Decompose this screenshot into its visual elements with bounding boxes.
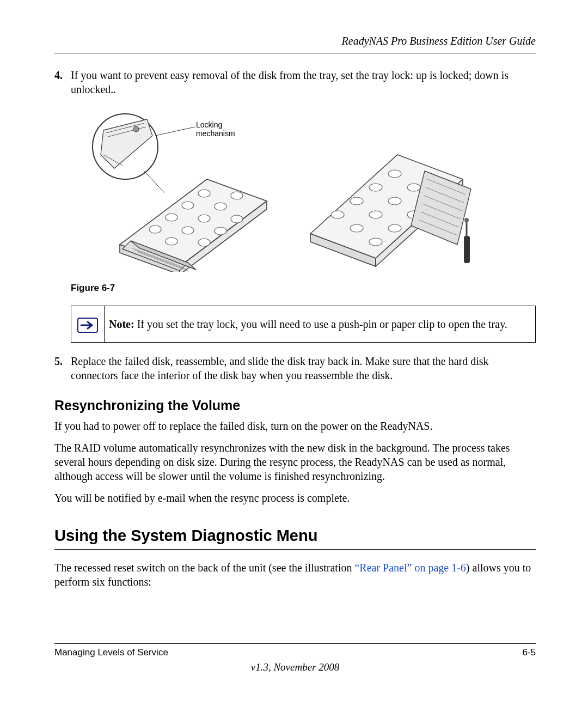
page-content: 4. If you want to prevent easy removal o… [54,53,536,589]
svg-point-22 [369,211,382,218]
xref-rear-panel[interactable]: “Rear Panel” on page 1-6 [354,562,465,574]
resync-p2: The RAID volume automatically resynchron… [54,441,536,483]
diag-p1-pre: The recessed reset switch on the back of… [54,562,354,574]
footer-page-number: 6-5 [522,647,536,658]
figure-6-7: Locking mechanism [71,108,536,277]
step-5: 5. Replace the failed disk, reassemble, … [54,355,536,382]
svg-point-30 [369,238,382,246]
step-number: 5. [54,355,71,382]
resync-p3: You will be notified by e-mail when the … [54,491,536,505]
document-page: ReadyNAS Pro Business Edition User Guide… [0,0,588,706]
svg-point-5 [182,202,194,209]
svg-point-4 [166,214,177,221]
note-text: Note: If you set the tray lock, you will… [105,306,515,342]
svg-line-2 [155,127,195,136]
svg-point-25 [388,224,401,232]
note-body: If you set the tray lock, you will need … [134,318,507,330]
note-icon-cell [71,306,105,342]
note-box: Note: If you set the tray lock, you will… [71,306,536,343]
svg-point-11 [231,215,243,223]
heading-rule [54,549,536,550]
svg-point-7 [215,203,226,210]
running-header: ReadyNAS Pro Business Edition User Guide [54,35,536,53]
svg-point-19 [350,197,363,205]
svg-point-23 [388,197,401,205]
figure-caption: Figure 6-7 [71,283,536,294]
diag-p1: The recessed reset switch on the back of… [54,561,536,589]
svg-point-8 [198,215,210,222]
svg-point-14 [166,238,177,245]
callout-line2: mechanism [196,129,235,138]
footer-section: Managing Levels of Service [54,647,168,658]
arrow-right-icon [77,317,99,333]
note-label: Note: [109,318,134,330]
svg-point-1 [133,126,139,132]
tray-illustration [71,108,485,272]
svg-point-13 [149,226,161,233]
step-number: 4. [54,69,71,96]
svg-point-39 [464,218,469,222]
svg-point-10 [215,227,226,235]
svg-point-21 [388,170,401,178]
step-text: If you want to prevent easy removal of t… [71,69,536,96]
callout-line1: Locking [196,120,222,129]
svg-point-29 [350,224,363,232]
figure-callout: Locking mechanism [196,120,235,138]
resync-p1: If you had to power off to replace the f… [54,419,536,433]
heading-diagnostic: Using the System Diagnostic Menu [54,527,536,545]
svg-point-15 [198,239,210,246]
footer-version: v1.3, November 2008 [54,661,536,673]
svg-point-12 [231,192,243,199]
svg-point-28 [331,211,344,218]
svg-point-24 [407,184,420,191]
svg-rect-37 [464,236,470,263]
svg-point-6 [198,190,210,197]
footer-rule [54,643,536,644]
page-footer: Managing Levels of Service 6-5 v1.3, Nov… [54,643,536,673]
svg-point-9 [182,227,194,234]
svg-line-3 [144,171,164,193]
step-4: 4. If you want to prevent easy removal o… [54,69,536,96]
step-text: Replace the failed disk, reassemble, and… [71,355,536,382]
svg-point-20 [369,184,382,191]
heading-resync: Resynchronizing the Volume [54,398,536,413]
